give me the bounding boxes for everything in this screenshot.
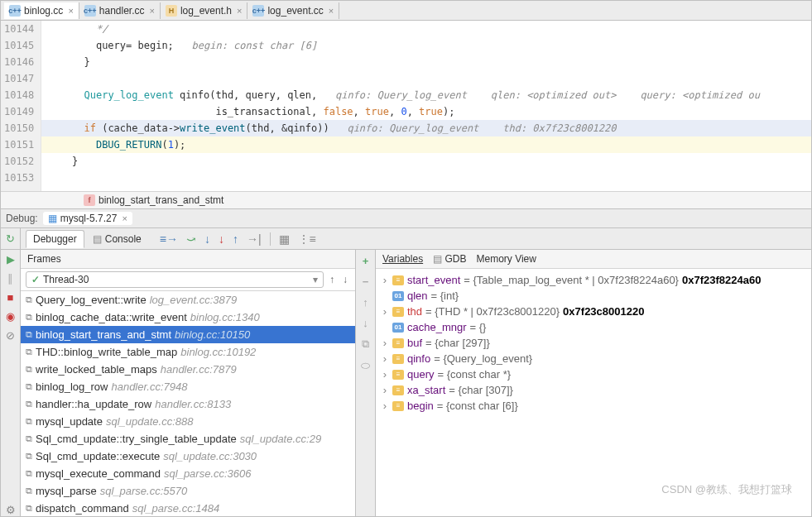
stack-frame[interactable]: ⧉mysql_parse sql_parse.cc:5570 [21, 482, 355, 500]
var-type-icon: ≡ [392, 370, 404, 380]
debug-label: Debug: [6, 213, 38, 224]
line-number[interactable]: 10146 [4, 54, 34, 70]
line-number[interactable]: 10149 [4, 103, 34, 120]
stack-icon: ⧉ [26, 364, 32, 375]
line-number[interactable]: 10151 [4, 136, 34, 153]
step-over-icon[interactable]: ⤻ [186, 232, 196, 246]
stack-frame[interactable]: ⧉Query_log_event::write log_event.cc:387… [21, 291, 355, 309]
stack-frame[interactable]: ⧉Sql_cmd_update::execute sql_update.cc:3… [21, 448, 355, 465]
close-icon[interactable]: × [237, 6, 242, 16]
up-icon[interactable]: ↑ [363, 296, 368, 309]
stack-frame[interactable]: ⧉handler::ha_update_row handler.cc:8133 [21, 395, 355, 413]
code-area[interactable]: */ query= begin; begin: const char [6] }… [41, 21, 811, 191]
tab-debugger[interactable]: Debugger [26, 230, 84, 248]
evaluate-icon[interactable]: ▦ [279, 232, 290, 246]
stack-frame[interactable]: ⧉THD::binlog_write_table_map binlog.cc:1… [21, 343, 355, 361]
expand-icon[interactable]: › [381, 305, 389, 318]
variable-row[interactable]: ›≡begin = {const char [6]} [376, 398, 811, 414]
expand-icon[interactable]: › [381, 400, 389, 412]
run-to-cursor-icon[interactable]: →| [247, 232, 262, 246]
expand-icon[interactable]: › [381, 384, 389, 396]
stack-frame[interactable]: ⧉mysql_update sql_update.cc:888 [21, 413, 355, 430]
stack-icon: ⧉ [26, 399, 32, 409]
settings-icon[interactable]: ⚙ [6, 504, 16, 516]
down-icon[interactable]: ↓ [363, 317, 368, 329]
stack-frame[interactable]: ⧉Sql_cmd_update::try_single_table_update… [21, 430, 355, 448]
console-icon: ▤ [93, 233, 102, 245]
editor-tab[interactable]: Hlog_event.h× [161, 2, 248, 19]
debug-toolbar: ↻ Debugger ▤Console ≡→ ⤻ ↓ ↓ ↑ →| ▦ ⋮≡ [1, 228, 811, 250]
close-icon[interactable]: × [150, 6, 155, 16]
debug-body: ▶ ∥ ■ ◉ ⊘ ⚙ 📌 Frames ✓ Thread-30 ▾ ↑ ↓ ⧉… [1, 250, 811, 517]
resume-icon[interactable]: ▶ [7, 253, 15, 266]
mute-breakpoints-icon[interactable]: ⊘ [6, 329, 15, 342]
show-exec-point-icon[interactable]: ≡→ [160, 232, 178, 246]
variable-row[interactable]: ›≡start_event = {Table_map_log_event * |… [376, 272, 811, 288]
cpp-file-icon: c++ [252, 5, 264, 17]
frame-down-icon[interactable]: ↓ [340, 274, 350, 285]
line-number[interactable]: 10152 [4, 153, 34, 170]
stack-frame[interactable]: ⧉mysql_execute_command sql_parse.cc:3606 [21, 465, 355, 482]
stop-icon[interactable]: ■ [7, 291, 14, 304]
expand-icon[interactable]: › [381, 274, 389, 286]
variable-row[interactable]: ›≡qinfo = {Query_log_event} [376, 351, 811, 366]
stack-frame[interactable]: ⧉binlog_cache_data::write_event binlog.c… [21, 309, 355, 326]
expand-icon[interactable]: › [381, 352, 389, 365]
stack-frame[interactable]: ⧉write_locked_table_maps handler.cc:7879 [21, 361, 355, 378]
add-watch-icon[interactable]: + [363, 255, 369, 267]
rerun-icon[interactable]: ↻ [6, 232, 15, 245]
remove-watch-icon[interactable]: − [363, 275, 369, 288]
editor-tab[interactable]: c++log_event.cc× [247, 2, 339, 19]
editor-tabs: c++binlog.cc×c++handler.cc×Hlog_event.h×… [1, 1, 811, 21]
editor-tab[interactable]: c++handler.cc× [79, 2, 161, 19]
variable-row[interactable]: ›≡xa_start = {char [307]} [376, 382, 811, 398]
expand-icon[interactable]: › [381, 368, 389, 381]
tab-console[interactable]: ▤Console [86, 231, 148, 247]
force-step-into-icon[interactable]: ↓ [219, 232, 224, 246]
stack-frame[interactable]: ⧉binlog_start_trans_and_stmt binlog.cc:1… [21, 326, 355, 343]
var-type-icon: ≡ [392, 338, 404, 348]
chevron-down-icon: ▾ [313, 274, 318, 285]
stack-frame[interactable]: ⧉binlog_log_row handler.cc:7948 [21, 378, 355, 395]
tab-memory-view[interactable]: Memory View [477, 253, 536, 265]
frames-header: Frames [27, 253, 61, 265]
editor-tab[interactable]: c++binlog.cc× [4, 2, 79, 19]
frame-list[interactable]: ⧉Query_log_event::write log_event.cc:387… [21, 291, 355, 517]
line-gutter: 1014410145101461014710148101491015010151… [1, 21, 41, 191]
line-number[interactable]: 10148 [4, 87, 34, 103]
stack-frame[interactable]: ⧉dispatch_command sql_parse.cc:1484 [21, 500, 355, 517]
frame-up-icon[interactable]: ↑ [327, 274, 337, 285]
close-icon[interactable]: × [329, 6, 334, 16]
pause-icon[interactable]: ∥ [7, 272, 13, 285]
line-number[interactable]: 10147 [4, 70, 34, 87]
expand-icon[interactable]: › [381, 337, 389, 349]
line-number[interactable]: 10153 [4, 170, 34, 186]
variable-list[interactable]: ›≡start_event = {Table_map_log_event * |… [376, 269, 811, 417]
run-config-tab[interactable]: ▦ mysql-5.7.27 × [43, 212, 132, 225]
variable-row[interactable]: ›≡query = {const char *} [376, 366, 811, 382]
step-into-icon[interactable]: ↓ [204, 232, 210, 246]
view-breakpoints-icon[interactable]: ◉ [6, 310, 15, 323]
breadcrumb[interactable]: f binlog_start_trans_and_stmt [1, 191, 811, 208]
variable-row[interactable]: ›≡thd = {THD * | 0x7f23c8001220} 0x7f23c… [376, 304, 811, 319]
thread-selector[interactable]: ✓ Thread-30 ▾ [26, 271, 324, 288]
close-icon[interactable]: × [68, 6, 73, 16]
stack-icon: ⧉ [26, 503, 32, 514]
variable-row[interactable]: 01qlen = {int} [376, 288, 811, 304]
debug-side-controls: ▶ ∥ ■ ◉ ⊘ ⚙ 📌 [1, 250, 21, 517]
copy-icon[interactable]: ⧉ [362, 337, 369, 351]
more-icon[interactable]: ⋮≡ [298, 232, 316, 246]
tab-gdb[interactable]: ▤ GDB [433, 253, 466, 265]
variable-row[interactable]: 01cache_mngr = {} [376, 319, 811, 335]
step-out-icon[interactable]: ↑ [233, 232, 238, 246]
stack-icon: ⧉ [26, 294, 32, 305]
line-number[interactable]: 10144 [4, 21, 34, 37]
line-number[interactable]: 10150 [4, 120, 34, 136]
check-icon: ✓ [31, 274, 40, 285]
stack-icon: ⧉ [26, 381, 32, 392]
tab-variables[interactable]: Variables [382, 253, 423, 265]
variable-row[interactable]: ›≡buf = {char [297]} [376, 335, 811, 351]
close-icon[interactable]: × [122, 213, 127, 223]
line-number[interactable]: 10145 [4, 37, 34, 54]
link-icon[interactable]: ⬭ [361, 359, 370, 372]
